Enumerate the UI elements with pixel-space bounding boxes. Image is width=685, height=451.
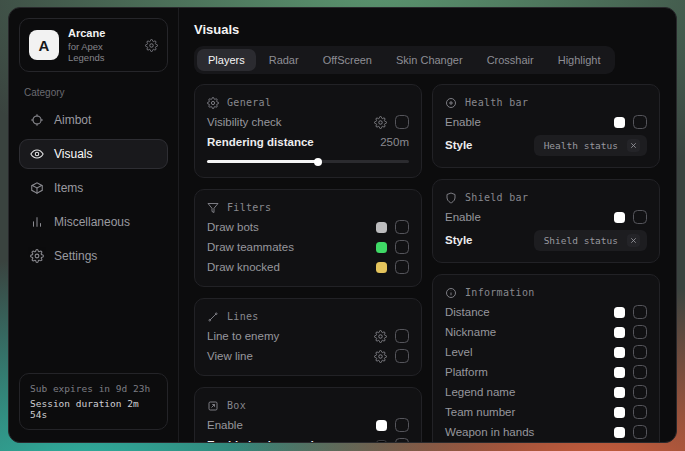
weapon-color-swatch[interactable]: [614, 427, 625, 438]
visibility-check-checkbox[interactable]: [395, 115, 409, 129]
level-color-swatch[interactable]: [614, 347, 625, 358]
level-label: Level: [445, 346, 473, 358]
tab-crosshair[interactable]: Crosshair: [476, 49, 545, 71]
box-icon: [207, 400, 219, 412]
tab-highlight[interactable]: Highlight: [547, 49, 612, 71]
panel-shield-bar: Shield bar Enable Style Shield status: [432, 179, 660, 263]
diagonal-line-icon: [207, 311, 219, 323]
sidebar-item-items[interactable]: Items: [19, 173, 168, 203]
line-to-enemy-checkbox[interactable]: [395, 329, 409, 343]
nickname-checkbox[interactable]: [633, 325, 647, 339]
box-enable-color-swatch[interactable]: [376, 420, 387, 431]
tab-bar: Players Radar OffScreen Skin Changer Cro…: [194, 46, 615, 74]
box-enable-background-label: Enable background: [207, 439, 314, 442]
draw-bots-label: Draw bots: [207, 221, 259, 233]
tab-players[interactable]: Players: [197, 49, 256, 71]
bars-icon: [30, 215, 44, 229]
panel-title: Health bar: [465, 97, 528, 108]
platform-label: Platform: [445, 366, 488, 378]
rendering-distance-label: Rendering distance: [207, 136, 314, 148]
tab-radar[interactable]: Radar: [258, 49, 310, 71]
distance-color-swatch[interactable]: [614, 307, 625, 318]
draw-teammates-color-swatch[interactable]: [376, 242, 387, 253]
sidebar-item-settings[interactable]: Settings: [19, 241, 168, 271]
draw-knocked-color-swatch[interactable]: [376, 262, 387, 273]
draw-bots-checkbox[interactable]: [395, 220, 409, 234]
draw-knocked-label: Draw knocked: [207, 261, 280, 273]
panel-title: Shield bar: [465, 192, 528, 203]
legend-name-color-swatch[interactable]: [614, 387, 625, 398]
rendering-distance-slider[interactable]: [207, 160, 409, 163]
weapon-checkbox[interactable]: [633, 425, 647, 439]
box-enable-checkbox[interactable]: [395, 418, 409, 432]
shield-enable-checkbox[interactable]: [633, 210, 647, 224]
shield-style-label: Style: [445, 234, 473, 246]
session-duration-text: Session duration 2m 54s: [30, 398, 157, 420]
funnel-icon: [207, 202, 219, 214]
view-line-checkbox[interactable]: [395, 349, 409, 363]
clear-icon[interactable]: [627, 234, 640, 247]
package-icon: [30, 181, 44, 195]
slider-handle[interactable]: [314, 158, 322, 166]
brand-settings-icon[interactable]: [145, 39, 158, 52]
health-cross-icon: [445, 97, 457, 109]
sidebar: A Arcane for Apex Legends Category Aimbo…: [9, 8, 179, 442]
visibility-check-label: Visibility check: [207, 116, 282, 128]
box-background-color-swatch[interactable]: [376, 440, 387, 443]
tab-offscreen[interactable]: OffScreen: [312, 49, 383, 71]
health-style-value: Health status: [544, 140, 618, 151]
health-enable-checkbox[interactable]: [633, 115, 647, 129]
box-background-checkbox[interactable]: [395, 438, 409, 442]
health-style-select[interactable]: Health status: [534, 135, 647, 156]
draw-knocked-checkbox[interactable]: [395, 260, 409, 274]
draw-teammates-checkbox[interactable]: [395, 240, 409, 254]
sidebar-item-label: Miscellaneous: [54, 215, 130, 229]
draw-bots-color-swatch[interactable]: [376, 222, 387, 233]
platform-color-swatch[interactable]: [614, 367, 625, 378]
sidebar-item-aimbot[interactable]: Aimbot: [19, 105, 168, 135]
health-color-swatch[interactable]: [614, 117, 625, 128]
distance-label: Distance: [445, 306, 490, 318]
subscription-status: Sub expires in 9d 23h Session duration 2…: [19, 373, 168, 430]
box-enable-label: Enable: [207, 419, 243, 431]
shield-style-select[interactable]: Shield status: [534, 230, 647, 251]
panel-filters: Filters Draw bots Draw teammates: [194, 189, 422, 287]
shield-style-value: Shield status: [544, 235, 618, 246]
brand-name: Arcane: [68, 27, 136, 39]
health-style-label: Style: [445, 139, 473, 151]
panel-information: Information Distance Nickname: [432, 274, 660, 442]
platform-checkbox[interactable]: [633, 365, 647, 379]
view-line-label: View line: [207, 350, 253, 362]
draw-teammates-label: Draw teammates: [207, 241, 294, 253]
panel-general: General Visibility check Rendering dista…: [194, 84, 422, 178]
brand-card: A Arcane for Apex Legends: [19, 18, 168, 72]
sidebar-item-visuals[interactable]: Visuals: [19, 139, 168, 169]
shield-color-swatch[interactable]: [614, 212, 625, 223]
panel-title: Lines: [227, 311, 259, 322]
team-number-checkbox[interactable]: [633, 405, 647, 419]
gear-icon[interactable]: [374, 350, 387, 363]
sidebar-item-miscellaneous[interactable]: Miscellaneous: [19, 207, 168, 237]
gear-icon[interactable]: [374, 116, 387, 129]
shield-icon: [445, 192, 457, 204]
gear-icon: [30, 249, 44, 263]
level-checkbox[interactable]: [633, 345, 647, 359]
rendering-distance-value: 250m: [380, 136, 409, 148]
nickname-color-swatch[interactable]: [614, 327, 625, 338]
sidebar-item-label: Visuals: [54, 147, 92, 161]
info-icon: [445, 287, 457, 299]
health-enable-label: Enable: [445, 116, 481, 128]
distance-checkbox[interactable]: [633, 305, 647, 319]
team-number-color-swatch[interactable]: [614, 407, 625, 418]
shield-enable-label: Enable: [445, 211, 481, 223]
sub-expires-text: Sub expires in 9d 23h: [30, 383, 157, 394]
gear-icon[interactable]: [374, 330, 387, 343]
crosshair-icon: [30, 113, 44, 127]
category-label: Category: [24, 87, 163, 98]
brand-subtitle: for Apex Legends: [68, 41, 136, 63]
gear-icon: [207, 97, 219, 109]
tab-skin-changer[interactable]: Skin Changer: [385, 49, 474, 71]
legend-name-checkbox[interactable]: [633, 385, 647, 399]
page-title: Visuals: [194, 22, 660, 37]
clear-icon[interactable]: [627, 139, 640, 152]
